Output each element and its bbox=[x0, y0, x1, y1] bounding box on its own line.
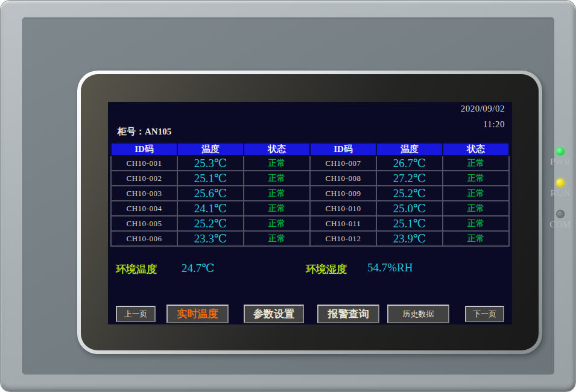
status-cell: 正常 bbox=[443, 186, 509, 201]
channel-id-cell: CH10-011 bbox=[310, 216, 376, 231]
channel-id-cell: CH10-004 bbox=[111, 201, 177, 216]
display-module: 2020/09/02 11:20 柜号：AN105 ID码 温度 状态 ID码 … bbox=[77, 71, 542, 354]
com-led-label: COM bbox=[545, 220, 576, 230]
col-header-temperature: 温度 bbox=[376, 143, 443, 156]
table-row: CH10-001 25.3℃ 正常 CH10-007 26.7℃ 正常 bbox=[111, 156, 509, 171]
col-header-id: ID码 bbox=[310, 143, 376, 156]
table-row: CH10-005 25.2℃ 正常 CH10-011 25.1℃ 正常 bbox=[111, 216, 509, 231]
temperature-cell: 25.1℃ bbox=[376, 216, 443, 231]
temperature-cell: 25.2℃ bbox=[177, 216, 244, 231]
temperature-cell: 23.3℃ bbox=[177, 231, 244, 246]
prev-page-button[interactable]: 上一页 bbox=[116, 306, 156, 322]
table-row: CH10-002 25.1℃ 正常 CH10-008 27.2℃ 正常 bbox=[111, 171, 509, 186]
ambient-temperature-label: 环境温度 bbox=[116, 262, 157, 276]
channel-id-cell: CH10-012 bbox=[310, 231, 376, 246]
hmi-device-frame: 2020/09/02 11:20 柜号：AN105 ID码 温度 状态 ID码 … bbox=[0, 0, 576, 392]
status-cell: 正常 bbox=[244, 201, 310, 216]
status-cell: 正常 bbox=[244, 231, 310, 246]
col-header-status: 状态 bbox=[443, 143, 509, 156]
run-led-icon bbox=[556, 179, 565, 187]
status-cell: 正常 bbox=[443, 216, 509, 231]
channel-id-cell: CH10-005 bbox=[111, 216, 177, 231]
com-indicator: COM bbox=[545, 210, 576, 230]
col-header-status: 状态 bbox=[244, 143, 310, 156]
alarm-query-button[interactable]: 报警查询 bbox=[317, 305, 379, 323]
channel-id-cell: CH10-007 bbox=[310, 156, 376, 171]
pwr-indicator: PWR bbox=[545, 147, 576, 167]
run-indicator: RUN bbox=[545, 179, 576, 198]
table-row: CH10-003 25.6℃ 正常 CH10-009 25.2℃ 正常 bbox=[111, 186, 509, 201]
ambient-humidity-value: 54.7%RH bbox=[367, 261, 413, 274]
col-header-id: ID码 bbox=[111, 143, 177, 156]
cabinet-number-label: 柜号：AN105 bbox=[118, 126, 171, 138]
status-cell: 正常 bbox=[244, 171, 310, 186]
front-panel: 2020/09/02 11:20 柜号：AN105 ID码 温度 状态 ID码 … bbox=[22, 17, 554, 375]
channel-id-cell: CH10-003 bbox=[111, 186, 177, 201]
status-cell: 正常 bbox=[244, 156, 310, 171]
status-cell: 正常 bbox=[443, 171, 509, 186]
table-header-row: ID码 温度 状态 ID码 温度 状态 bbox=[111, 143, 509, 156]
temperature-cell: 24.1℃ bbox=[177, 201, 244, 216]
status-cell: 正常 bbox=[244, 186, 310, 201]
col-header-temperature: 温度 bbox=[177, 143, 244, 156]
temperature-cell: 26.7℃ bbox=[376, 156, 443, 171]
channel-id-cell: CH10-010 bbox=[310, 201, 376, 216]
date-display: 2020/09/02 bbox=[461, 104, 505, 114]
parameter-settings-button[interactable]: 参数设置 bbox=[244, 305, 304, 323]
channel-table: ID码 温度 状态 ID码 温度 状态 CH10-001 25. bbox=[110, 142, 510, 247]
table-row: CH10-006 23.3℃ 正常 CH10-012 23.9℃ 正常 bbox=[111, 231, 509, 246]
temperature-cell: 25.6℃ bbox=[177, 186, 244, 201]
channel-id-cell: CH10-002 bbox=[111, 171, 177, 186]
temperature-cell: 27.2℃ bbox=[376, 171, 443, 186]
temperature-cell: 23.9℃ bbox=[376, 231, 443, 246]
channel-id-cell: CH10-006 bbox=[111, 231, 177, 246]
temperature-cell: 25.1℃ bbox=[177, 171, 244, 186]
status-cell: 正常 bbox=[443, 201, 509, 216]
status-cell: 正常 bbox=[443, 156, 509, 171]
temperature-cell: 25.3℃ bbox=[177, 156, 244, 171]
temperature-cell: 25.2℃ bbox=[376, 186, 443, 201]
channel-id-cell: CH10-009 bbox=[310, 186, 376, 201]
pwr-led-icon bbox=[556, 147, 565, 156]
channel-id-cell: CH10-008 bbox=[310, 171, 376, 186]
status-cell: 正常 bbox=[443, 231, 509, 246]
run-led-label: RUN bbox=[545, 188, 576, 198]
status-cell: 正常 bbox=[244, 216, 310, 231]
pwr-led-label: PWR bbox=[545, 157, 576, 167]
ambient-temperature-value: 24.7℃ bbox=[182, 261, 215, 275]
next-page-button[interactable]: 下一页 bbox=[465, 306, 504, 322]
ambient-humidity-label: 环境湿度 bbox=[306, 262, 347, 276]
channel-id-cell: CH10-001 bbox=[111, 156, 177, 171]
time-display: 11:20 bbox=[483, 119, 505, 130]
history-data-button[interactable]: 历史数据 bbox=[387, 305, 449, 323]
com-led-icon bbox=[556, 210, 565, 218]
temperature-cell: 25.0℃ bbox=[376, 201, 443, 216]
realtime-temp-button[interactable]: 实时温度 bbox=[166, 305, 229, 323]
touchscreen: 2020/09/02 11:20 柜号：AN105 ID码 温度 状态 ID码 … bbox=[108, 102, 512, 324]
table-row: CH10-004 24.1℃ 正常 CH10-010 25.0℃ 正常 bbox=[111, 201, 509, 216]
screen-bezel: 2020/09/02 11:20 柜号：AN105 ID码 温度 状态 ID码 … bbox=[81, 74, 539, 350]
